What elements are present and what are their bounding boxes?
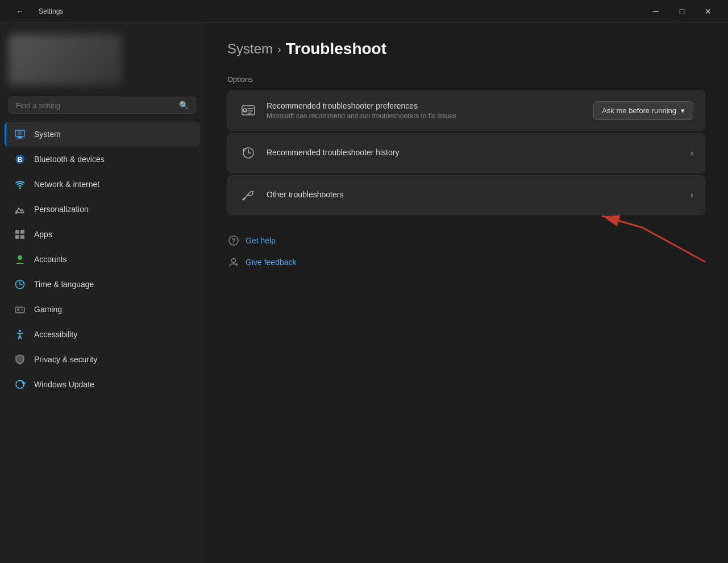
apps-icon [14, 228, 26, 241]
option-recommended-history[interactable]: Recommended troubleshooter history › [227, 133, 705, 173]
user-avatar [9, 34, 122, 85]
svg-rect-7 [15, 212, 17, 214]
sidebar-item-personalization-label: Personalization [34, 205, 89, 214]
option-other-troubleshooters[interactable]: Other troubleshooters › [227, 175, 705, 215]
breadcrumb-parent[interactable]: System [227, 41, 273, 57]
personalization-icon [14, 203, 26, 216]
sidebar-item-gaming[interactable]: Gaming [5, 297, 200, 321]
windows-update-icon [14, 378, 26, 391]
get-help-label: Get help [246, 236, 276, 245]
svg-point-6 [19, 188, 21, 189]
option-recommended-prefs-text: Recommended troubleshooter preferences M… [267, 101, 584, 120]
other-troubleshooters-icon [239, 186, 257, 204]
svg-point-17 [19, 330, 21, 332]
sidebar-item-privacy-label: Privacy & security [34, 355, 97, 364]
svg-rect-10 [15, 235, 19, 239]
svg-rect-3 [17, 138, 23, 139]
get-help-link[interactable]: ? Get help [227, 232, 705, 249]
sidebar-item-accounts-label: Accounts [34, 255, 67, 264]
breadcrumb: System › Troubleshoot [227, 40, 705, 58]
svg-rect-9 [20, 230, 24, 234]
sidebar-item-personalization[interactable]: Personalization [5, 197, 200, 221]
accessibility-icon [14, 328, 26, 341]
option-recommended-history-text: Recommended troubleshooter history [267, 148, 681, 159]
breadcrumb-separator: › [277, 43, 281, 56]
links-section: ? Get help Give feedback [227, 232, 705, 271]
option-recommended-prefs[interactable]: Recommended troubleshooter preferences M… [227, 90, 705, 131]
gaming-icon [14, 303, 26, 316]
sidebar-item-accounts[interactable]: Accounts [5, 247, 200, 271]
recommended-prefs-dropdown[interactable]: Ask me before running ▾ [593, 101, 693, 120]
svg-rect-8 [15, 230, 19, 234]
titlebar: ← Settings ─ □ ✕ [0, 0, 728, 23]
sidebar-item-network[interactable]: Network & internet [5, 172, 200, 196]
search-box[interactable]: 🔍 [9, 97, 196, 114]
main-content: System › Troubleshoot Options [205, 23, 728, 563]
sidebar-item-gaming-label: Gaming [34, 305, 62, 314]
svg-rect-1 [18, 131, 22, 135]
give-feedback-icon [227, 256, 240, 268]
options-container: Recommended troubleshooter preferences M… [227, 90, 705, 215]
option-recommended-prefs-control: Ask me before running ▾ [593, 101, 693, 120]
svg-point-15 [21, 309, 22, 310]
option-other-troubleshooters-text: Other troubleshooters [267, 190, 681, 201]
sidebar-item-time[interactable]: Time & language [5, 272, 200, 296]
give-feedback-label: Give feedback [246, 258, 297, 267]
time-icon [14, 278, 26, 291]
sidebar-item-windows-update[interactable]: Windows Update [5, 372, 200, 396]
privacy-icon [14, 353, 26, 366]
search-icon: 🔍 [179, 101, 189, 110]
sidebar-item-network-label: Network & internet [34, 180, 99, 189]
sidebar-item-apps-label: Apps [34, 230, 52, 239]
sidebar: 🔍 System [0, 23, 205, 563]
svg-point-16 [22, 310, 23, 311]
dropdown-label: Ask me before running [602, 106, 676, 115]
sidebar-item-accessibility[interactable]: Accessibility [5, 322, 200, 346]
recommended-history-icon [239, 144, 257, 162]
svg-text:B: B [17, 155, 22, 164]
sidebar-item-windows-update-label: Windows Update [34, 380, 94, 389]
sidebar-item-privacy[interactable]: Privacy & security [5, 347, 200, 371]
svg-rect-11 [20, 235, 24, 239]
titlebar-controls: ─ □ ✕ [643, 2, 721, 20]
maximize-button[interactable]: □ [669, 2, 695, 20]
sidebar-item-system[interactable]: System [5, 122, 200, 146]
sidebar-item-apps[interactable]: Apps [5, 222, 200, 246]
sidebar-item-time-label: Time & language [34, 280, 94, 289]
search-input[interactable] [16, 101, 174, 110]
sidebar-item-system-label: System [34, 130, 61, 139]
svg-rect-2 [18, 136, 22, 138]
option-other-troubleshooters-title: Other troubleshooters [267, 190, 681, 199]
dropdown-chevron-icon: ▾ [681, 106, 685, 115]
accounts-icon [14, 253, 26, 266]
bluetooth-icon: B [14, 153, 26, 165]
option-recommended-prefs-subtitle: Microsoft can recommend and run troubles… [267, 112, 584, 120]
titlebar-title: Settings [39, 7, 63, 15]
system-icon [14, 128, 26, 140]
sidebar-nav: System B Bluetooth & devices [0, 122, 205, 396]
svg-point-23 [232, 259, 236, 263]
option-recommended-prefs-title: Recommended troubleshooter preferences [267, 101, 584, 110]
option-recommended-history-title: Recommended troubleshooter history [267, 148, 681, 157]
other-troubleshooters-chevron-icon: › [690, 190, 693, 200]
sidebar-item-bluetooth[interactable]: B Bluetooth & devices [5, 147, 200, 171]
titlebar-left: ← Settings [7, 2, 63, 20]
app-container: 🔍 System [0, 23, 728, 563]
svg-text:?: ? [231, 237, 235, 245]
recommended-prefs-icon [239, 102, 257, 120]
breadcrumb-current: Troubleshoot [286, 40, 386, 58]
minimize-button[interactable]: ─ [643, 2, 669, 20]
section-label: Options [227, 75, 705, 84]
svg-point-12 [18, 255, 22, 260]
give-feedback-link[interactable]: Give feedback [227, 254, 705, 271]
recommended-history-chevron-icon: › [690, 148, 693, 158]
close-button[interactable]: ✕ [695, 2, 721, 20]
back-button[interactable]: ← [7, 2, 33, 20]
network-icon [14, 178, 26, 191]
get-help-icon: ? [227, 234, 240, 247]
sidebar-item-accessibility-label: Accessibility [34, 330, 77, 339]
sidebar-item-bluetooth-label: Bluetooth & devices [34, 155, 105, 164]
